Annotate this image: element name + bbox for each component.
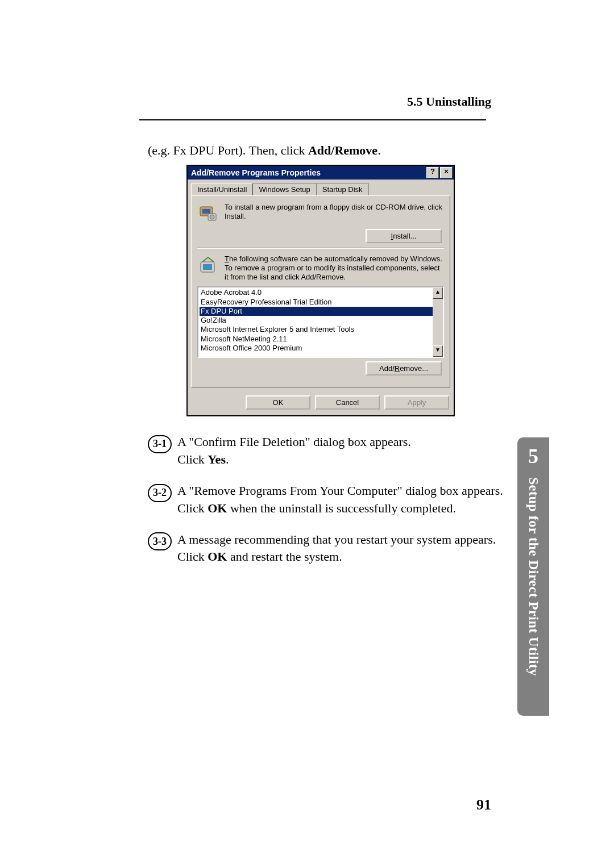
step-label: 3-2: [148, 483, 172, 502]
intro-suffix: .: [377, 143, 381, 157]
dialog-button-row: OK Cancel Apply: [188, 391, 454, 415]
step-line2-prefix: Click: [177, 501, 208, 515]
program-list-wrap: Adobe Acrobat 4.0EasyRecovery Profession…: [197, 286, 444, 358]
tab-strip: Install/Uninstall Windows Setup Startup …: [188, 180, 454, 195]
install-text: To install a new program from a floppy d…: [225, 203, 444, 224]
step-body: A "Confirm File Deletion" dialog box app…: [177, 433, 551, 469]
step: 3-2A "Remove Programs From Your Computer…: [148, 482, 551, 518]
step-badge: 3-3: [148, 532, 172, 550]
dialog-title: Add/Remove Programs Properties: [191, 168, 321, 177]
uninstall-text: The following software can be automatica…: [225, 254, 444, 282]
chapter-title: Setup for the Direct Print Utility: [526, 477, 541, 676]
step-line2-suffix: and restart the system.: [227, 549, 342, 564]
step: 3-3A message recommending that you resta…: [148, 531, 551, 566]
step-line2-suffix: .: [226, 452, 229, 466]
uninstall-text-rest: he following software can be automatical…: [225, 254, 442, 282]
scroll-up-button[interactable]: ▲: [433, 287, 443, 299]
install-button[interactable]: Install...: [366, 229, 442, 243]
list-item[interactable]: Adobe Acrobat 4.0: [200, 288, 433, 297]
chapter-number: 5: [528, 444, 538, 468]
header-divider: [139, 119, 486, 120]
section-header: 5.5 Uninstalling: [407, 94, 491, 109]
addremove-dialog: Add/Remove Programs Properties ? × Insta…: [186, 165, 455, 417]
close-button[interactable]: ×: [440, 167, 453, 178]
ok-button[interactable]: OK: [246, 395, 310, 410]
tab-install-uninstall[interactable]: Install/Uninstall: [191, 183, 253, 195]
step-line1: A "Remove Programs From Your Computer" d…: [177, 482, 551, 500]
step-line2-prefix: Click: [177, 549, 208, 564]
intro-line: (e.g. Fx DPU Port). Then, click Add/Remo…: [148, 142, 551, 159]
svg-rect-1: [202, 209, 210, 214]
install-button-rest: nstall...: [393, 232, 416, 240]
add-remove-button[interactable]: Add/Remove...: [366, 361, 442, 375]
uninstall-icon: [197, 254, 219, 276]
step-body: A "Remove Programs From Your Computer" d…: [177, 482, 551, 518]
intro-bold: Add/Remove: [308, 143, 377, 157]
chapter-tab: 5 Setup for the Direct Print Utility: [517, 437, 549, 716]
svg-point-3: [210, 215, 214, 219]
step-line2: Click OK and restart the system.: [177, 548, 551, 566]
list-item[interactable]: Microsoft Office 2000 Premium: [200, 344, 433, 353]
list-item[interactable]: Microsoft Internet Explorer 5 and Intern…: [200, 325, 433, 334]
pane-divider: [197, 248, 444, 249]
install-icon: [197, 203, 219, 224]
step-line2: Click OK when the uninstall is successfu…: [177, 500, 551, 518]
step-line2-suffix: when the uninstall is successfully compl…: [227, 501, 456, 515]
dialog-titlebar[interactable]: Add/Remove Programs Properties ? ×: [188, 166, 454, 180]
program-list[interactable]: Adobe Acrobat 4.0EasyRecovery Profession…: [197, 286, 444, 358]
page-number: 91: [476, 796, 491, 813]
step-line2-prefix: Click: [177, 452, 208, 466]
tab-windows-setup[interactable]: Windows Setup: [252, 183, 316, 195]
step-label: 3-3: [148, 532, 172, 551]
step: 3-1A "Confirm File Deletion" dialog box …: [148, 433, 551, 469]
scroll-down-button[interactable]: ▼: [433, 345, 443, 357]
program-list-scrollbar[interactable]: ▲ ▼: [433, 287, 443, 357]
step-line2: Click Yes.: [177, 451, 551, 469]
list-item[interactable]: Fx DPU Port: [200, 307, 433, 316]
step-label: 3-1: [148, 435, 172, 453]
screenshot: Add/Remove Programs Properties ? × Insta…: [186, 165, 455, 417]
list-item[interactable]: Microsoft NetMeeting 2.11: [200, 335, 433, 344]
tab-startup-disk[interactable]: Startup Disk: [316, 183, 369, 195]
step-body: A message recommending that you restart …: [177, 531, 551, 566]
intro-prefix: (e.g. Fx DPU Port). Then, click: [148, 143, 308, 157]
step-line2-bold: OK: [208, 501, 227, 515]
step-badge: 3-2: [148, 484, 172, 502]
apply-button[interactable]: Apply: [384, 395, 449, 410]
help-button[interactable]: ?: [426, 167, 439, 178]
list-item[interactable]: Go!Zilla: [200, 316, 433, 325]
step-badge: 3-1: [148, 435, 172, 453]
step-line2-bold: OK: [208, 549, 227, 564]
step-line2-bold: Yes: [208, 452, 226, 466]
cancel-button[interactable]: Cancel: [315, 395, 380, 410]
svg-rect-5: [203, 264, 212, 270]
step-line1: A "Confirm File Deletion" dialog box app…: [177, 433, 551, 451]
tab-pane: To install a new program from a floppy d…: [191, 195, 450, 388]
step-line1: A message recommending that you restart …: [177, 531, 551, 549]
list-item[interactable]: EasyRecovery Professional Trial Edition: [200, 298, 433, 307]
